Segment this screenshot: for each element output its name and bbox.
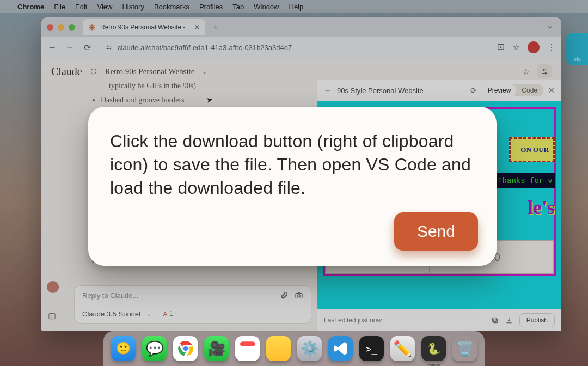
svg-rect-5 [108, 46, 111, 46]
chat-icon[interactable] [90, 68, 97, 75]
attach-icon[interactable] [280, 291, 288, 300]
model-bar: Claude 3.5 Sonnet ⌄ A 1 [74, 304, 311, 324]
tab-overflow-button[interactable] [544, 21, 556, 33]
dock-finder[interactable]: 🙂 [111, 336, 136, 361]
menu-app-name[interactable]: Chrome [17, 3, 44, 11]
svg-rect-21 [493, 319, 497, 323]
svg-point-12 [545, 72, 547, 74]
svg-rect-17 [296, 294, 302, 298]
svg-point-4 [107, 46, 108, 47]
retro-headline: le's [528, 196, 555, 219]
assistant-message-fragment: typically be GIFs in the 90s) Dashed and… [54, 80, 304, 107]
send-button[interactable]: Send [394, 212, 478, 251]
thread-star-icon[interactable]: ☆ [522, 66, 530, 77]
message-line-1: typically be GIFs in the 90s) [109, 80, 304, 92]
tab-title: Retro 90s Personal Website - [100, 23, 186, 31]
install-app-icon[interactable] [497, 43, 505, 52]
dock-trash[interactable]: 🗑️ [452, 336, 477, 361]
dock-preview[interactable]: ✏️ [390, 336, 415, 361]
nav-forward-icon[interactable]: → [64, 42, 75, 52]
artifact-close-icon[interactable]: ✕ [548, 86, 555, 95]
svg-point-10 [543, 69, 544, 71]
copy-icon[interactable] [491, 316, 499, 324]
browser-tab[interactable]: Retro 90s Personal Website - ✕ [83, 19, 205, 35]
retro-marquee: Thanks for v [488, 173, 555, 188]
svg-rect-7 [106, 48, 109, 49]
model-label[interactable]: Claude 3.5 Sonnet [82, 310, 141, 318]
dock-facetime[interactable]: 🎥 [204, 336, 229, 361]
svg-point-25 [183, 346, 188, 351]
dock-messages[interactable]: 💬 [142, 336, 167, 361]
collapse-sidebar-icon[interactable] [48, 312, 56, 320]
thread-chevron-icon[interactable]: ⌄ [202, 68, 207, 75]
dock-python-label: Python [427, 363, 440, 366]
artifact-footer: Last edited just now Publish [317, 309, 561, 331]
message-bullet-1: Dashed and groove borders [101, 94, 304, 106]
window-minimize-button[interactable] [58, 24, 64, 30]
background-window-pill: ots [566, 33, 588, 65]
artifact-refresh-icon[interactable]: ⟳ [470, 86, 477, 95]
menu-bookmarks[interactable]: Bookmarks [154, 3, 189, 11]
artifact-header: ← 90s Style Personal Website ⟳ Preview C… [317, 80, 561, 101]
reply-placeholder: Reply to Claude... [82, 291, 273, 300]
thread-title[interactable]: Retro 90s Personal Website [105, 67, 195, 76]
dock-chrome[interactable] [173, 336, 198, 361]
artifact-title: 90s Style Personal Website [337, 87, 465, 95]
dock-notes[interactable] [266, 336, 291, 361]
mac-dock: 🙂 💬 🎥 ⚙️ >_ ✏️ 🐍 Python 🗑️ [103, 331, 485, 366]
artifact-view-toggle: Preview Code [482, 84, 543, 96]
dock-calendar[interactable] [235, 336, 260, 361]
chrome-menu-icon[interactable]: ⋮ [547, 42, 556, 53]
artifact-back-icon[interactable]: ← [324, 86, 332, 95]
retro-sign: ON OUR [509, 137, 555, 162]
menu-edit[interactable]: Edit [75, 3, 87, 11]
window-traffic-lights [47, 24, 75, 30]
model-chevron-icon[interactable]: ⌄ [146, 310, 151, 318]
menu-file[interactable]: File [54, 3, 65, 11]
nav-reload-icon[interactable]: ⟳ [82, 42, 93, 53]
url-field[interactable]: claude.ai/chat/bac9af6f-eda1-41a3-afbc-0… [99, 40, 490, 55]
menu-help[interactable]: Help [289, 3, 304, 11]
font-count: 1 [169, 310, 173, 318]
download-icon[interactable] [505, 316, 513, 324]
mac-menu-bar: Chrome File Edit View History Bookmarks … [0, 0, 588, 13]
thread-settings-button[interactable] [537, 64, 552, 78]
menu-history[interactable]: History [122, 3, 144, 11]
new-tab-button[interactable]: + [210, 21, 223, 34]
menu-window[interactable]: Window [254, 3, 279, 11]
tab-code[interactable]: Code [516, 84, 543, 96]
svg-rect-22 [492, 318, 496, 321]
chrome-tab-strip: Retro 90s Personal Website - ✕ + [41, 17, 561, 37]
font-icon[interactable]: A [163, 310, 167, 317]
svg-rect-19 [49, 314, 55, 319]
menu-profiles[interactable]: Profiles [199, 3, 223, 11]
profile-avatar[interactable] [528, 41, 540, 53]
tab-preview[interactable]: Preview [482, 84, 517, 96]
chrome-address-bar: ← → ⟳ claude.ai/chat/bac9af6f-eda1-41a3-… [41, 37, 561, 58]
menu-view[interactable]: View [97, 3, 112, 11]
tab-close-icon[interactable]: ✕ [194, 23, 200, 31]
background-window-text: ots [573, 56, 580, 62]
claude-brand[interactable]: Claude [51, 65, 82, 78]
nav-back-icon[interactable]: ← [47, 42, 58, 52]
svg-rect-27 [240, 341, 255, 346]
dock-vscode[interactable] [328, 336, 353, 361]
camera-icon[interactable] [295, 291, 303, 300]
window-zoom-button[interactable] [69, 24, 75, 30]
svg-point-6 [110, 48, 111, 49]
menu-tab[interactable]: Tab [232, 3, 244, 11]
dock-terminal[interactable]: >_ [359, 336, 384, 361]
url-text: claude.ai/chat/bac9af6f-eda1-41a3-afbc-0… [118, 44, 292, 52]
addr-right-controls: ☆ ⋮ [497, 41, 556, 53]
site-settings-icon[interactable] [105, 43, 113, 52]
dock-python[interactable]: 🐍 Python [421, 336, 446, 361]
reply-input[interactable]: Reply to Claude... [74, 285, 311, 305]
bookmark-star-icon[interactable]: ☆ [513, 42, 520, 52]
artifact-last-edited: Last edited just now [324, 316, 485, 324]
publish-button[interactable]: Publish [519, 313, 555, 327]
user-avatar [47, 281, 59, 293]
tab-favicon-icon [88, 23, 96, 31]
dock-settings[interactable]: ⚙️ [297, 336, 322, 361]
window-close-button[interactable] [47, 24, 53, 30]
claude-header: Claude Retro 90s Personal Website ⌄ ☆ [41, 58, 561, 82]
